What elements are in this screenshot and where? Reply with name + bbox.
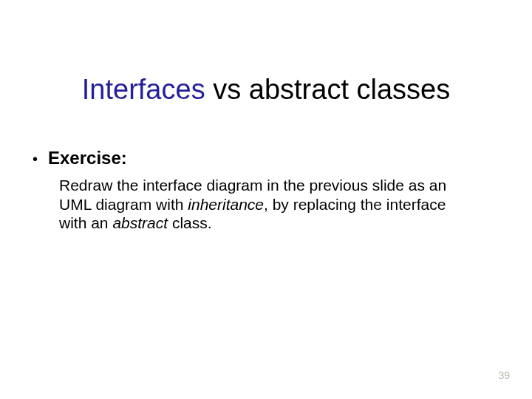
bullet-item: • Exercise: [31,148,488,168]
content-area: • Exercise: Redraw the interface diagram… [31,148,488,233]
body-paragraph: Redraw the interface diagram in the prev… [59,176,473,233]
slide-title: Interfaces vs abstract classes [0,74,532,106]
title-word-classes: classes [357,74,451,105]
body-italic-abstract: abstract [112,214,168,231]
title-word-interfaces: Interfaces [82,74,205,105]
page-number: 39 [498,369,510,381]
bullet-marker: • [33,151,38,166]
body-text-3: class. [168,214,212,231]
bullet-label: Exercise: [48,148,127,168]
body-italic-inheritance: inheritance [188,196,264,213]
slide: Interfaces vs abstract classes • Exercis… [0,0,532,399]
title-word-abstract: abstract [249,74,349,105]
title-word-vs: vs [213,74,241,105]
